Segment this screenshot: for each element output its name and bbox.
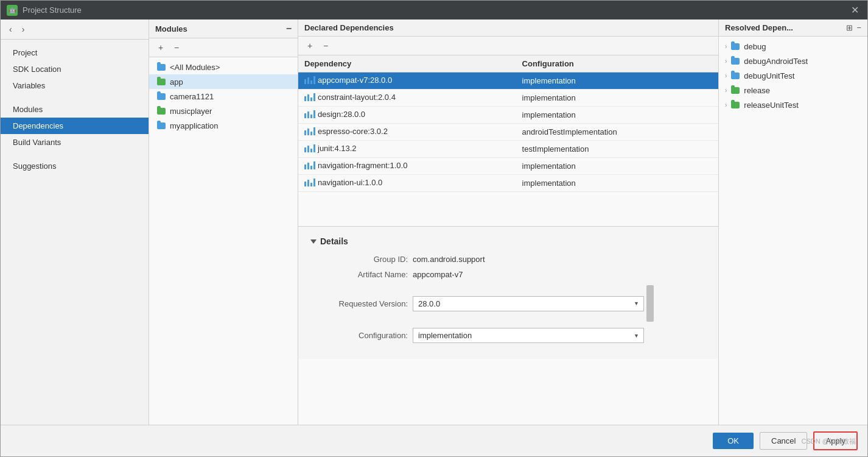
configuration-select[interactable]: implementation — [413, 328, 644, 343]
dep-bar-icon — [304, 110, 315, 118]
chevron-right-icon: › — [725, 73, 727, 79]
folder-icon — [730, 100, 740, 110]
resolved-item-debug[interactable]: › debug — [719, 39, 867, 54]
resolved-item-release[interactable]: › release — [719, 83, 867, 97]
dep-bar-icon — [304, 127, 315, 135]
back-button[interactable]: ‹ — [7, 23, 15, 35]
resolved-panel-header: Resolved Depen... ⊞ − — [719, 19, 867, 37]
resolved-header-icons: ⊞ − — [846, 23, 861, 32]
module-item-myapplication[interactable]: myapplication — [149, 118, 298, 133]
chevron-right-icon: › — [725, 102, 727, 108]
deps-panel-header: Declared Dependencies — [298, 19, 718, 37]
folder-icon — [156, 91, 166, 101]
artifact-name-row: Artifact Name: appcompat-v7 — [310, 270, 706, 279]
dep-row[interactable]: junit:4.13.2 testImplementation — [298, 141, 718, 158]
nav-item-suggestions[interactable]: Suggestions — [1, 158, 149, 174]
dep-bar-icon — [304, 179, 315, 186]
folder-icon — [156, 121, 166, 130]
nav-back-forward: ‹ › — [1, 19, 149, 40]
dep-row[interactable]: design:28.0.0 implementation — [298, 107, 718, 124]
resolved-item-debug-android-test[interactable]: › debugAndroidTest — [719, 54, 867, 68]
version-scroll-handle[interactable] — [646, 285, 654, 322]
requested-version-row: Requested Version: 28.0.0 — [310, 285, 706, 322]
nav-item-modules[interactable]: Modules — [1, 101, 149, 118]
deps-panel: Declared Dependencies + − Dependency Con… — [298, 19, 719, 425]
folder-icon — [730, 41, 740, 51]
dep-bar-icon — [304, 161, 315, 169]
modules-panel: Modules − + − <All Modules> — [149, 19, 298, 425]
module-item-app[interactable]: app — [149, 74, 298, 89]
nav-item-dependencies[interactable]: Dependencies — [1, 118, 149, 134]
dep-row[interactable]: navigation-ui:1.0.0 implementation — [298, 175, 718, 192]
nav-item-variables[interactable]: Variables — [1, 77, 149, 94]
chevron-right-icon: › — [725, 58, 727, 65]
chevron-right-icon: › — [725, 43, 727, 50]
dialog-title: Project Structure — [23, 5, 844, 15]
details-collapse-icon[interactable] — [310, 239, 317, 244]
resolved-collapse-button[interactable]: − — [856, 23, 861, 32]
module-item-camera1121[interactable]: camera1121 — [149, 89, 298, 104]
ok-button[interactable]: OK — [713, 433, 754, 449]
nav-item-build-variants[interactable]: Build Variants — [1, 134, 149, 151]
cancel-button[interactable]: Cancel — [760, 432, 807, 450]
deps-add-button[interactable]: + — [303, 39, 317, 52]
group-id-label: Group ID: — [310, 255, 408, 264]
title-bar: 🤖 Project Structure ✕ — [1, 1, 867, 19]
modules-collapse-button[interactable]: − — [286, 23, 292, 34]
folder-icon — [730, 56, 740, 66]
module-item-musicplayer[interactable]: musicplayer — [149, 104, 298, 118]
artifact-name-value: appcompat-v7 — [413, 270, 463, 279]
forward-button[interactable]: › — [19, 23, 27, 35]
nav-items: Project SDK Location Variables Modules D… — [1, 40, 149, 179]
resolved-list: › debug › debugAndroidTest — [719, 37, 867, 425]
group-id-value: com.android.support — [413, 255, 485, 264]
dependencies-table: Dependency Configuration appcompat-v7:28… — [298, 55, 718, 192]
dep-row[interactable]: appcompat-v7:28.0.0 implementation — [298, 73, 718, 90]
details-header: Details — [310, 236, 706, 246]
project-structure-dialog: 🤖 Project Structure ✕ ‹ › Project SDK Lo… — [0, 0, 868, 457]
resolved-item-debug-unit-test[interactable]: › debugUnitTest — [719, 68, 867, 83]
nav-item-project[interactable]: Project — [1, 44, 149, 61]
chevron-right-icon: › — [725, 87, 727, 94]
folder-icon — [156, 62, 166, 72]
modules-panel-header: Modules − — [149, 19, 298, 38]
modules-remove-button[interactable]: − — [170, 41, 183, 54]
dep-row[interactable]: navigation-fragment:1.0.0 implementation — [298, 158, 718, 175]
module-item-all[interactable]: <All Modules> — [149, 60, 298, 74]
nav-item-sdk-location[interactable]: SDK Location — [1, 61, 149, 77]
android-icon: 🤖 — [7, 5, 18, 16]
resolved-filter-icon[interactable]: ⊞ — [846, 23, 853, 32]
folder-icon — [730, 71, 740, 80]
left-nav: ‹ › Project SDK Location Variables M — [1, 19, 149, 425]
dep-row[interactable]: espresso-core:3.0.2 androidTestImplement… — [298, 124, 718, 141]
configuration-label: Configuration: — [310, 331, 408, 340]
watermark: CSDN @知福致福 — [802, 437, 856, 446]
modules-add-button[interactable]: + — [154, 41, 167, 54]
bottom-bar: OK Cancel Apply — [1, 425, 867, 456]
dep-bar-icon — [304, 144, 315, 152]
module-list: <All Modules> app camera1121 — [149, 57, 298, 425]
deps-table: Dependency Configuration appcompat-v7:28… — [298, 55, 718, 226]
dep-column-header: Dependency — [298, 55, 516, 73]
dep-bar-icon — [304, 93, 315, 101]
modules-toolbar: + − — [149, 38, 298, 57]
configuration-row: Configuration: implementation — [310, 328, 706, 343]
main-content: ‹ › Project SDK Location Variables M — [1, 19, 867, 425]
folder-icon — [156, 106, 166, 116]
details-section: Details Group ID: com.android.support Ar… — [298, 226, 718, 359]
requested-version-select[interactable]: 28.0.0 — [413, 296, 644, 311]
group-id-row: Group ID: com.android.support — [310, 255, 706, 264]
artifact-name-label: Artifact Name: — [310, 270, 408, 279]
close-button[interactable]: ✕ — [849, 4, 861, 16]
folder-icon — [156, 77, 166, 87]
requested-version-input-group: 28.0.0 — [413, 285, 654, 322]
deps-remove-button[interactable]: − — [319, 39, 332, 52]
resolved-item-release-unit-test[interactable]: › releaseUnitTest — [719, 97, 867, 112]
dep-row[interactable]: constraint-layout:2.0.4 implementation — [298, 90, 718, 107]
folder-icon — [730, 85, 740, 95]
resolved-panel: Resolved Depen... ⊞ − › debug — [719, 19, 867, 425]
resolved-header-text: Resolved Depen... — [725, 23, 793, 32]
deps-toolbar: + − — [298, 37, 718, 55]
dep-bar-icon — [304, 76, 315, 84]
config-column-header: Configuration — [516, 55, 718, 73]
